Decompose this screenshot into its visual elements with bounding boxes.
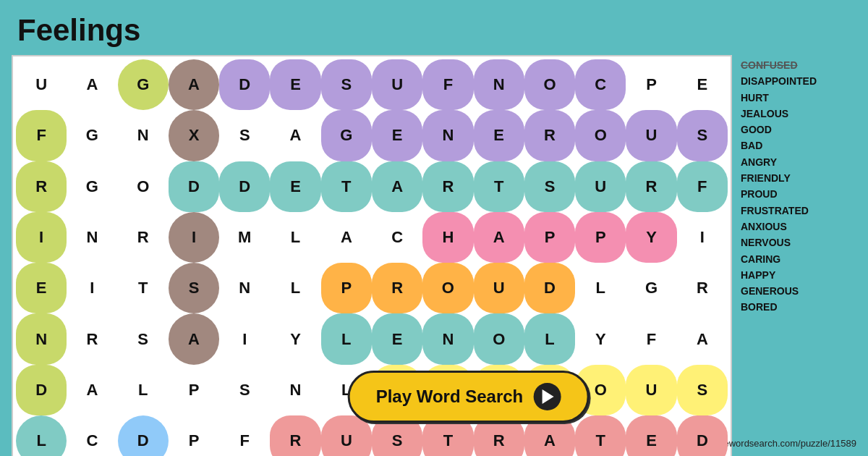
cell-2-0: R bbox=[16, 161, 67, 212]
cell-5-8: N bbox=[422, 313, 473, 364]
cell-4-6: P bbox=[321, 263, 372, 313]
cell-5-3: A bbox=[169, 313, 219, 364]
word-list-item: FRIENDLY bbox=[741, 171, 856, 185]
cell-7-4: F bbox=[219, 415, 270, 456]
cell-0-7: U bbox=[372, 59, 422, 110]
cell-2-2: O bbox=[118, 161, 169, 212]
cell-1-6: G bbox=[321, 110, 372, 161]
cell-4-3: S bbox=[169, 263, 219, 313]
cell-0-12: P bbox=[626, 59, 676, 110]
cell-1-12: U bbox=[626, 110, 676, 161]
grid-container: UAGADESUFNOCPEFGNXSAGENEROUSRGODDETARTSU… bbox=[12, 55, 732, 456]
cell-5-4: I bbox=[219, 313, 270, 364]
cell-3-5: L bbox=[270, 212, 320, 263]
play-icon bbox=[533, 383, 561, 410]
cell-7-0: L bbox=[16, 415, 67, 456]
cell-4-10: D bbox=[524, 263, 575, 313]
cell-0-10: O bbox=[524, 59, 575, 110]
cell-0-2: G bbox=[118, 59, 169, 110]
cell-5-12: F bbox=[626, 313, 676, 364]
play-button-overlay: Play Word Search bbox=[348, 371, 590, 423]
cell-6-3: P bbox=[169, 365, 219, 415]
word-list-item: GENEROUS bbox=[741, 284, 856, 298]
cell-4-7: R bbox=[372, 263, 422, 313]
cell-3-13: I bbox=[677, 212, 728, 263]
cell-4-12: G bbox=[626, 263, 676, 313]
cell-5-6: L bbox=[321, 313, 372, 364]
cell-6-12: U bbox=[626, 365, 676, 415]
cell-6-13: S bbox=[677, 365, 728, 415]
cell-0-8: F bbox=[422, 59, 473, 110]
cell-2-11: U bbox=[575, 161, 626, 212]
cell-3-7: C bbox=[372, 212, 422, 263]
cell-7-2: D bbox=[118, 415, 169, 456]
cell-2-13: F bbox=[677, 161, 728, 212]
cell-2-12: R bbox=[626, 161, 676, 212]
cell-2-7: A bbox=[372, 161, 422, 212]
cell-2-10: S bbox=[524, 161, 575, 212]
word-list-item: HURT bbox=[741, 90, 856, 105]
cell-3-11: P bbox=[575, 212, 626, 263]
cell-6-4: S bbox=[219, 365, 270, 415]
cell-2-8: R bbox=[422, 161, 473, 212]
cell-4-13: R bbox=[677, 263, 728, 313]
cell-7-3: P bbox=[169, 415, 219, 456]
cell-4-1: I bbox=[67, 263, 117, 313]
cell-3-10: P bbox=[524, 212, 575, 263]
word-list-item: DISAPPOINTED bbox=[741, 74, 856, 88]
word-list-item: CARING bbox=[741, 252, 856, 266]
cell-1-11: O bbox=[575, 110, 626, 161]
cell-7-12: E bbox=[626, 415, 676, 456]
word-list-item: BAD bbox=[741, 138, 856, 153]
cell-1-0: F bbox=[16, 110, 67, 161]
word-list-item: BORED bbox=[741, 300, 856, 314]
cell-1-13: S bbox=[677, 110, 728, 161]
cell-3-9: A bbox=[474, 212, 524, 263]
word-list-item: HAPPY bbox=[741, 268, 856, 282]
word-list-item: GOOD bbox=[741, 122, 856, 137]
cell-5-5: Y bbox=[270, 313, 320, 364]
cell-1-5: A bbox=[270, 110, 320, 161]
cell-0-1: A bbox=[67, 59, 117, 110]
word-list: CONFUSEDDISAPPOINTEDHURTJEALOUSGOODBADAN… bbox=[741, 55, 856, 456]
word-list-item: ANGRY bbox=[741, 155, 856, 169]
cell-1-10: R bbox=[524, 110, 575, 161]
cell-6-5: N bbox=[270, 365, 320, 415]
word-list-item: FRUSTRATED bbox=[741, 203, 856, 218]
cell-7-13: D bbox=[677, 415, 728, 456]
cell-0-0: U bbox=[16, 59, 67, 110]
cell-4-2: T bbox=[118, 263, 169, 313]
cell-1-2: N bbox=[118, 110, 169, 161]
cell-7-1: C bbox=[67, 415, 117, 456]
cell-4-8: O bbox=[422, 263, 473, 313]
footer-url: thewordsearch.com/puzzle/11589 bbox=[716, 438, 856, 449]
cell-6-0: D bbox=[16, 365, 67, 415]
cell-3-6: A bbox=[321, 212, 372, 263]
word-list-item: CONFUSED bbox=[741, 58, 856, 72]
cell-5-0: N bbox=[16, 313, 67, 364]
cell-4-4: N bbox=[219, 263, 270, 313]
cell-5-13: A bbox=[677, 313, 728, 364]
cell-1-4: S bbox=[219, 110, 270, 161]
cell-3-0: I bbox=[16, 212, 67, 263]
cell-4-5: L bbox=[270, 263, 320, 313]
cell-2-3: D bbox=[169, 161, 219, 212]
cell-4-0: E bbox=[16, 263, 67, 313]
cell-2-9: T bbox=[474, 161, 524, 212]
word-list-item: ANXIOUS bbox=[741, 219, 856, 234]
cell-3-3: I bbox=[169, 212, 219, 263]
cell-3-1: N bbox=[67, 212, 117, 263]
cell-0-5: E bbox=[270, 59, 320, 110]
cell-5-10: L bbox=[524, 313, 575, 364]
cell-7-5: R bbox=[270, 415, 320, 456]
cell-5-9: O bbox=[474, 313, 524, 364]
word-list-item: JEALOUS bbox=[741, 106, 856, 121]
cell-6-1: A bbox=[67, 365, 117, 415]
cell-1-8: N bbox=[422, 110, 473, 161]
cell-0-3: A bbox=[169, 59, 219, 110]
play-word-search-button[interactable]: Play Word Search bbox=[348, 371, 590, 423]
cell-5-1: R bbox=[67, 313, 117, 364]
cell-5-2: S bbox=[118, 313, 169, 364]
cell-2-4: D bbox=[219, 161, 270, 212]
cell-3-8: H bbox=[422, 212, 473, 263]
